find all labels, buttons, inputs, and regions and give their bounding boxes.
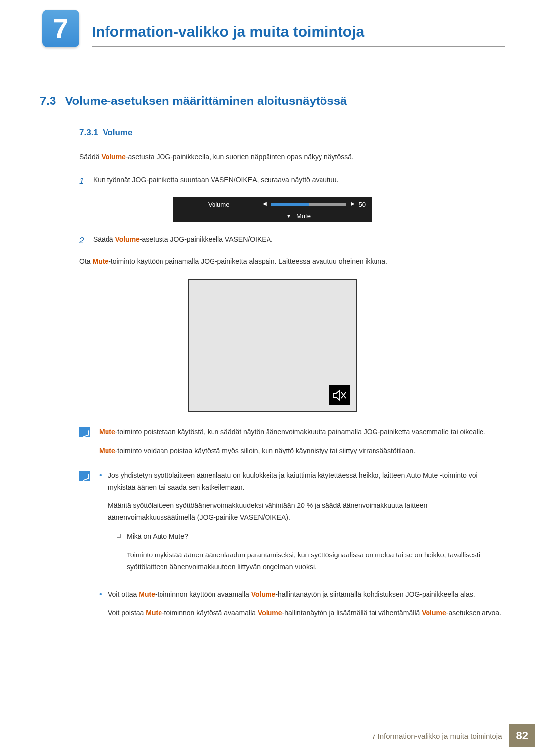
- page-footer: 7 Information-valikko ja muita toimintoj…: [372, 724, 535, 747]
- bullet-dot-icon: •: [99, 589, 108, 626]
- osd-volume-panel: Volume ◀ ▶ 50 ▼ Mute: [173, 197, 372, 222]
- step-2: 2 Säädä Volume-asetusta JOG-painikkeella…: [79, 234, 505, 247]
- osd-mute-label: Mute: [296, 212, 311, 220]
- bullet-dot-icon: •: [99, 470, 108, 584]
- bullet-item: • Jos yhdistetyn syöttölaitteen äänenlaa…: [99, 470, 505, 584]
- footer-chapter-text: 7 Information-valikko ja muita toimintoj…: [372, 732, 502, 740]
- osd-slider-fill: [271, 203, 309, 206]
- screen-mock: [188, 279, 357, 412]
- chapter-header: 7 Information-valikko ja muita toimintoj…: [42, 10, 505, 47]
- note-icon: [79, 471, 90, 481]
- osd-slider-track: [271, 203, 346, 206]
- step-text: Kun työnnät JOG-painiketta suuntaan VASE…: [93, 174, 338, 188]
- section-heading-text: Volume-asetuksen määrittäminen aloitusnä…: [65, 94, 347, 107]
- step-number: 1: [79, 174, 93, 188]
- chapter-number-badge: 7: [42, 10, 79, 47]
- sub-section-number: 7.3.1: [79, 128, 98, 137]
- sub-bullet: Mikä on Auto Mute? Toiminto mykistää ään…: [117, 531, 505, 580]
- sub-section-heading-text: Volume: [103, 128, 132, 137]
- note-icon: [79, 427, 90, 437]
- chapter-title: Information-valikko ja muita toimintoja: [92, 11, 505, 47]
- note-block-2: • Jos yhdistetyn syöttölaitteen äänenlaa…: [79, 470, 505, 631]
- sub-bullet-icon: [117, 534, 121, 538]
- arrow-left-icon: ◀: [263, 201, 267, 206]
- svg-marker-0: [333, 390, 340, 400]
- bullet-item: • Voit ottaa Mute-toiminnon käyttöön ava…: [99, 589, 505, 626]
- mute-icon: [332, 388, 347, 403]
- section-number: 7.3: [40, 94, 56, 107]
- note-content: Mute-toiminto poistetaan käytöstä, kun s…: [99, 426, 485, 464]
- sub-section-title: 7.3.1 Volume: [79, 128, 505, 138]
- note-content: • Jos yhdistetyn syöttölaitteen äänenlaa…: [99, 470, 505, 631]
- step-number: 2: [79, 234, 93, 247]
- intro-text: Säädä Volume-asetusta JOG-painikkeella, …: [79, 151, 505, 162]
- arrow-down-icon: ▼: [286, 213, 291, 219]
- osd-volume-value: 50: [359, 201, 366, 208]
- page-number: 82: [509, 724, 535, 747]
- arrow-right-icon: ▶: [351, 201, 355, 206]
- mute-intro-text: Ota Mute-toiminto käyttöön painamalla JO…: [79, 256, 505, 267]
- step-text: Säädä Volume-asetusta JOG-painikkeella V…: [93, 234, 273, 247]
- osd-volume-label: Volume: [208, 201, 229, 208]
- section-title: 7.3Volume-asetuksen määrittäminen aloitu…: [40, 94, 505, 108]
- note-block-1: Mute-toiminto poistetaan käytöstä, kun s…: [79, 426, 505, 464]
- step-1: 1 Kun työnnät JOG-painiketta suuntaan VA…: [79, 174, 505, 188]
- mute-icon-box: [329, 385, 350, 405]
